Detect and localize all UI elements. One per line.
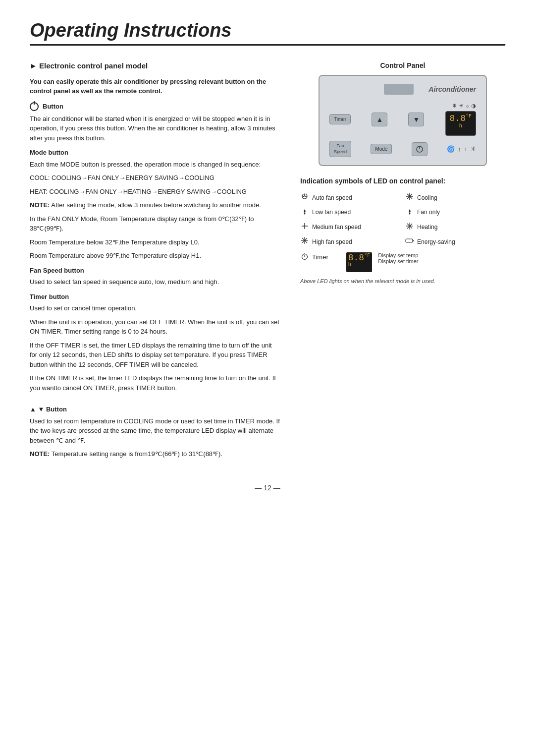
symbol-auto-fan: Auto fan speed [300,192,400,203]
fan-speed-text: Used to select fan speed in sequence aut… [30,277,280,287]
up-button[interactable]: ▲ [372,113,387,126]
left-column: Electronic control panel model You can e… [30,60,280,463]
mode-icon-2: ↑ [458,145,461,153]
cool-sequence: COOL: COOLING→FAN ONLY→ENERGY SAVING→COO… [30,173,280,183]
mode-button-text: Each time MODE button is pressed, the op… [30,160,280,170]
auto-fan-icon [300,192,309,203]
svg-point-8 [304,213,306,214]
cp-main-row[interactable]: Timer ▲ ▼ ❄ ☀ ○ ◑ 8.8°Fh [325,101,480,138]
mode-icon-1: 🌀 [447,145,455,153]
timer-heading: Timer button [30,292,280,302]
symbol-low-fan: Low fan speed [300,207,400,218]
power-button[interactable] [412,142,428,156]
heating-label: Heating [417,223,437,232]
led-display: 8.8°Fh [346,252,372,272]
power-button-heading: Button [43,103,63,110]
symbols-grid: Auto fan speed Cooling [300,192,505,247]
cooling-label: Cooling [417,194,437,202]
svg-point-9 [409,213,411,214]
display-labels: Display set temp Display set timer [378,252,418,264]
fan-speed-heading: Fan Speed button [30,266,280,276]
display-set-timer: Display set timer [378,258,418,264]
tri-button-heading: ▲ ▼ Button [30,405,280,414]
cp-gray-rect [384,84,414,95]
fan-only-label: Fan only [417,208,440,217]
heat-sequence: HEAT: COOLING→FAN ONLY→HEATING→ENERGY SA… [30,187,280,197]
note2-label: NOTE: [30,450,50,458]
sun-icon: ☀ [459,103,464,109]
auto-fan-label: Auto fan speed [312,194,352,202]
svg-point-20 [304,240,306,241]
mode-icon-4: ✳ [471,145,476,153]
intro-text: You can easily operate this air conditio… [30,77,280,96]
energy-saving-icon [405,236,414,247]
display-value: 8.8 [450,114,466,123]
timer-p3: If the ON TIMER is set, the timer LED di… [30,373,280,393]
timer-p2: If the OFF TIMER is set, the timer LED d… [30,341,280,370]
indication-heading: Indication symbols of LED on control pan… [300,176,505,186]
tri-button-section: ▲ ▼ Button Used to set room temperature … [30,405,280,459]
symbol-fan-only: Fan only [405,207,505,218]
note1-label: NOTE: [30,201,50,209]
cp-icons-row: ❄ ☀ ○ ◑ [452,103,476,109]
snowflake-icon: ❄ [452,103,457,109]
cp-display: 8.8°Fh [445,111,476,136]
svg-rect-22 [413,240,414,241]
lo-text: Room Temperature below 32℉,the Temperatu… [30,237,280,247]
section-heading: Electronic control panel model [30,60,280,72]
timer-p1: When the unit is in operation, you can s… [30,317,280,337]
control-panel-label: Control Panel [300,60,505,71]
hi-text: Room Temperature above 99℉,the Temperatu… [30,251,280,261]
tri-button-text: Used to set room temperature in COOLING … [30,416,280,446]
fan-only-icon [405,207,414,218]
timer-icon [300,252,309,263]
display-set-temp: Display set temp [378,252,418,258]
high-fan-icon [300,236,309,247]
mode-button-heading: Mode button [30,148,280,158]
power-button-row: Button [30,102,280,111]
mode-button[interactable]: Mode [371,144,392,154]
above-led-text: Above LED lights on when the relevant mo… [300,277,505,286]
symbol-energy-saving: Energy-saving [405,236,505,247]
leaf-icon: ◑ [471,103,476,109]
symbol-high-fan: High fan speed [300,236,400,247]
right-column: Control Panel Airconditioner Timer ▲ ▼ ❄… [295,60,505,463]
circle-icon: ○ [466,103,469,109]
page-title: Operating Instructions [30,20,505,46]
svg-point-7 [409,195,411,197]
symbol-medium-fan: Medium fan speed [300,222,400,233]
heating-icon [405,222,414,233]
cp-top-bar: Airconditioner [325,82,480,97]
note2-text: Temperature setting range is from19℃(66℉… [50,450,222,458]
timer-text: Used to set or cancel timer operation. [30,303,280,313]
symbol-cooling: Cooling [405,192,505,203]
cp-brand: Airconditioner [428,85,476,93]
note2: NOTE: Temperature setting range is from1… [30,449,280,459]
mode-icon-3: + [464,145,468,153]
note1-text: After setting the mode, allow 3 minutes … [50,201,261,209]
fan-speed-button[interactable]: FanSpeed [329,141,351,157]
low-fan-icon [300,207,309,218]
cooling-icon [405,192,414,203]
down-button[interactable]: ▼ [408,113,424,126]
timer-button[interactable]: Timer [329,114,351,124]
page-number: — 12 — [30,483,505,493]
note1: NOTE: After setting the mode, allow 3 mi… [30,200,280,210]
display-num-sup: °Fh [348,253,370,267]
high-fan-label: High fan speed [312,238,352,246]
cp-second-row[interactable]: FanSpeed Mode 🌀 ↑ + ✳ [325,138,480,159]
power-button-text: The air conditioner will be started when… [30,114,280,143]
control-panel-box: Airconditioner Timer ▲ ▼ ❄ ☀ ○ ◑ 8.8°Fh [319,75,487,166]
symbol-heating: Heating [405,222,505,233]
power-icon [30,102,39,111]
energy-saving-label: Energy-saving [417,238,455,246]
low-fan-label: Low fan speed [312,208,351,217]
medium-fan-icon [300,222,309,233]
timer-label: Timer [312,253,328,262]
svg-rect-21 [406,239,413,242]
cp-mode-icons: 🌀 ↑ + ✳ [447,145,476,153]
fan-range-text: In the FAN ONLY Mode, Room Temperature d… [30,214,280,233]
symbol-timer: Timer [300,252,328,263]
medium-fan-label: Medium fan speed [312,223,361,232]
